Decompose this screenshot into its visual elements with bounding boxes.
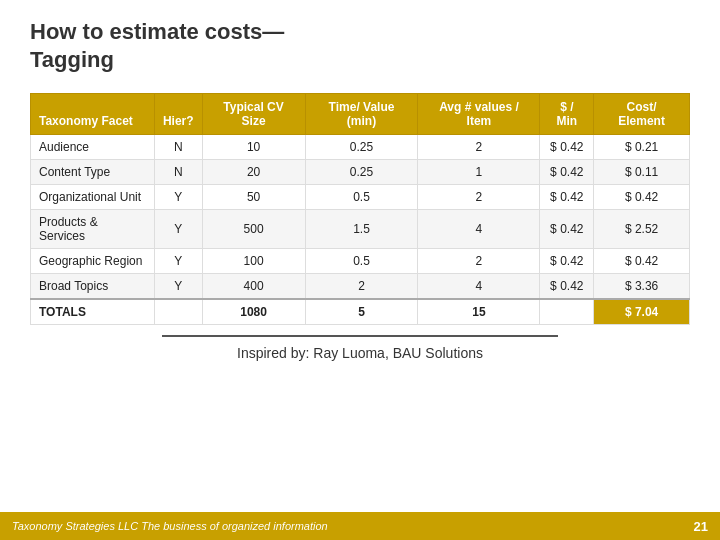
page-title: How to estimate costs— Tagging	[30, 18, 690, 73]
totals-row: TOTALS 1080 5 15 $ 7.04	[31, 299, 690, 325]
cell-cost: $ 0.11	[594, 160, 690, 185]
cell-time: 1.5	[305, 210, 418, 249]
cell-cv: 20	[202, 160, 305, 185]
cell-cv: 50	[202, 185, 305, 210]
totals-cv: 1080	[202, 299, 305, 325]
cell-hier: Y	[154, 210, 202, 249]
inspired-by: Inspired by: Ray Luoma, BAU Solutions	[162, 335, 558, 361]
cell-cost: $ 0.21	[594, 135, 690, 160]
cell-facet: Geographic Region	[31, 249, 155, 274]
main-content: How to estimate costs— Tagging Taxonomy …	[0, 0, 720, 371]
table-row: Broad Topics Y 400 2 4 $ 0.42 $ 3.36	[31, 274, 690, 300]
col-header-hier: Hier?	[154, 94, 202, 135]
cell-avg: 2	[418, 135, 540, 160]
cell-time: 0.5	[305, 185, 418, 210]
col-header-time: Time/ Value (min)	[305, 94, 418, 135]
cell-facet: Products & Services	[31, 210, 155, 249]
cell-cv: 500	[202, 210, 305, 249]
cell-cost: $ 0.42	[594, 249, 690, 274]
page-number: 21	[694, 519, 708, 534]
cell-hier: N	[154, 160, 202, 185]
cell-cv: 100	[202, 249, 305, 274]
totals-avg: 15	[418, 299, 540, 325]
cell-facet: Audience	[31, 135, 155, 160]
cell-hier: Y	[154, 249, 202, 274]
cell-facet: Content Type	[31, 160, 155, 185]
cell-time: 0.25	[305, 135, 418, 160]
cell-hier: Y	[154, 274, 202, 300]
cell-avg: 1	[418, 160, 540, 185]
totals-label: TOTALS	[31, 299, 155, 325]
col-header-facet: Taxonomy Facet	[31, 94, 155, 135]
table-row: Geographic Region Y 100 0.5 2 $ 0.42 $ 0…	[31, 249, 690, 274]
footer-bar: Taxonomy Strategies LLC The business of …	[0, 512, 720, 540]
cell-avg: 4	[418, 274, 540, 300]
totals-dollar	[540, 299, 594, 325]
cost-table: Taxonomy Facet Hier? Typical CV Size Tim…	[30, 93, 690, 325]
cell-cost: $ 2.52	[594, 210, 690, 249]
cell-dollar: $ 0.42	[540, 135, 594, 160]
col-header-avg: Avg # values / Item	[418, 94, 540, 135]
cell-time: 2	[305, 274, 418, 300]
cell-avg: 4	[418, 210, 540, 249]
cell-facet: Organizational Unit	[31, 185, 155, 210]
cell-dollar: $ 0.42	[540, 185, 594, 210]
col-header-cost: Cost/ Element	[594, 94, 690, 135]
cell-time: 0.5	[305, 249, 418, 274]
col-header-cv: Typical CV Size	[202, 94, 305, 135]
table-row: Organizational Unit Y 50 0.5 2 $ 0.42 $ …	[31, 185, 690, 210]
cell-hier: N	[154, 135, 202, 160]
cell-dollar: $ 0.42	[540, 210, 594, 249]
cell-cv: 10	[202, 135, 305, 160]
cell-cv: 400	[202, 274, 305, 300]
totals-cost: $ 7.04	[594, 299, 690, 325]
col-header-dollar: $ / Min	[540, 94, 594, 135]
cell-avg: 2	[418, 185, 540, 210]
totals-time: 5	[305, 299, 418, 325]
cell-time: 0.25	[305, 160, 418, 185]
cell-dollar: $ 0.42	[540, 160, 594, 185]
cell-dollar: $ 0.42	[540, 274, 594, 300]
cell-cost: $ 0.42	[594, 185, 690, 210]
cell-dollar: $ 0.42	[540, 249, 594, 274]
cell-facet: Broad Topics	[31, 274, 155, 300]
cell-cost: $ 3.36	[594, 274, 690, 300]
table-row: Content Type N 20 0.25 1 $ 0.42 $ 0.11	[31, 160, 690, 185]
footer-text: Taxonomy Strategies LLC The business of …	[12, 520, 328, 532]
totals-hier	[154, 299, 202, 325]
table-row: Products & Services Y 500 1.5 4 $ 0.42 $…	[31, 210, 690, 249]
table-row: Audience N 10 0.25 2 $ 0.42 $ 0.21	[31, 135, 690, 160]
cell-avg: 2	[418, 249, 540, 274]
cell-hier: Y	[154, 185, 202, 210]
